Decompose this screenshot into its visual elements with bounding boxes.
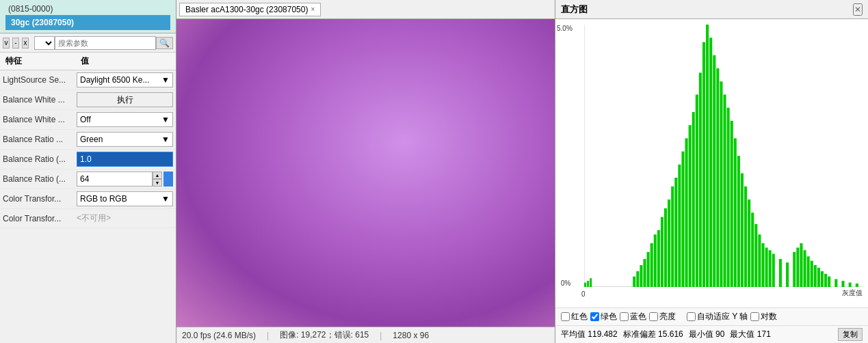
camera-image: [176, 19, 555, 327]
svg-rect-9: [647, 252, 650, 287]
svg-rect-13: [661, 217, 663, 287]
prop-value-balance-ratio-selector: Green ▼: [77, 132, 173, 147]
restore-icon[interactable]: -: [12, 38, 19, 49]
prop-name-balance-white-exec: Balance White ...: [3, 95, 77, 105]
svg-rect-58: [828, 277, 830, 287]
prop-row-balance-white-mode: Balance White ... Off ▼: [0, 110, 176, 130]
histogram-chart: 5.0% 0% 灰度值 0: [555, 19, 868, 307]
svg-rect-52: [807, 256, 810, 287]
category-select[interactable]: [34, 36, 55, 50]
search-input[interactable]: [55, 36, 156, 50]
hist-y-max-label: 5.0%: [557, 25, 573, 32]
increment-arrow[interactable]: ▲: [153, 172, 162, 179]
prop-value-balance-ratio-64: ▲ ▼: [77, 172, 173, 187]
svg-rect-29: [716, 68, 719, 287]
svg-rect-39: [751, 212, 754, 287]
checkbox-blue-input[interactable]: [620, 312, 629, 321]
prop-value-balance-ratio-value: [77, 152, 173, 167]
svg-rect-60: [841, 281, 844, 287]
checkbox-green[interactable]: 绿色: [590, 311, 617, 323]
copy-button[interactable]: 复制: [838, 328, 863, 341]
svg-rect-30: [720, 81, 722, 287]
svg-rect-6: [636, 271, 639, 287]
svg-rect-22: [692, 112, 695, 287]
svg-rect-40: [754, 224, 757, 287]
camera-tab-title: Basler acA1300-30gc (23087050): [185, 5, 308, 14]
decrement-arrow[interactable]: ▼: [153, 179, 162, 187]
svg-rect-25: [702, 42, 705, 287]
prop-name-balance-ratio-selector: Balance Ratio ...: [3, 135, 77, 144]
blue-indicator: [163, 172, 173, 187]
search-container: 🔍: [34, 36, 173, 50]
balance-ratio-input[interactable]: [77, 152, 173, 167]
lightsource-dropdown[interactable]: Daylight 6500 Ke... ▼: [77, 72, 173, 87]
svg-rect-43: [765, 247, 768, 287]
histogram-title: 直方图: [561, 3, 588, 16]
svg-rect-5: [633, 277, 635, 287]
svg-rect-3: [587, 281, 589, 287]
checkbox-green-input[interactable]: [590, 312, 599, 321]
search-button[interactable]: 🔍: [156, 37, 173, 49]
checkbox-autoy[interactable]: 自动适应 Y 轴: [687, 311, 748, 323]
checkbox-red-label: 红色: [571, 311, 588, 323]
balance-ratio-selector-dropdown[interactable]: Green ▼: [77, 132, 173, 147]
tab-close-button[interactable]: ×: [311, 5, 315, 13]
histogram-close-button[interactable]: ✕: [853, 3, 863, 16]
checkbox-red-input[interactable]: [561, 312, 570, 321]
stat-stddev: 标准偏差 15.616: [623, 329, 683, 340]
svg-rect-59: [834, 279, 837, 287]
balance-ratio-64-input[interactable]: [77, 172, 153, 187]
not-available-label: <不可用>: [77, 212, 111, 224]
balance-white-mode-dropdown[interactable]: Off ▼: [77, 112, 173, 127]
checkbox-brightness[interactable]: 亮度: [649, 311, 676, 323]
svg-rect-7: [640, 265, 642, 287]
checkbox-log-input[interactable]: [750, 312, 759, 321]
device-item-2[interactable]: 30gc (23087050): [5, 15, 170, 30]
checkbox-brightness-input[interactable]: [649, 312, 658, 321]
close-icon[interactable]: x: [22, 38, 29, 49]
prop-row-balance-ratio-selector: Balance Ratio ... Green ▼: [0, 130, 176, 150]
camera-tab-item[interactable]: Basler acA1300-30gc (23087050) ×: [179, 3, 321, 16]
prop-value-color-transform-na: <不可用>: [77, 212, 173, 224]
svg-rect-11: [654, 234, 657, 287]
svg-rect-26: [706, 25, 709, 287]
checkbox-autoy-input[interactable]: [687, 312, 696, 321]
status-divider-1: |: [267, 331, 269, 340]
svg-rect-57: [824, 274, 827, 287]
camera-view: Basler acA1300-30gc (23087050) × 20.0 fp…: [176, 0, 555, 343]
stat-min: 最小值 90: [689, 329, 725, 340]
status-divider-2: |: [380, 331, 382, 340]
hist-x-label: 灰度值: [842, 288, 863, 298]
checkbox-blue[interactable]: 蓝色: [620, 311, 646, 323]
min-icon[interactable]: v: [3, 38, 10, 49]
checkbox-autoy-label: 自动适应 Y 轴: [697, 311, 748, 323]
svg-rect-41: [758, 234, 761, 287]
color-transform-dropdown[interactable]: RGB to RGB ▼: [77, 191, 173, 206]
number-input-container: ▲ ▼: [77, 172, 173, 187]
svg-rect-48: [793, 252, 795, 287]
prop-row-balance-white-exec: Balance White ... 执行: [0, 90, 176, 110]
svg-rect-4: [590, 278, 592, 287]
properties-scroll[interactable]: LightSource Se... Daylight 6500 Ke... ▼ …: [0, 70, 176, 343]
prop-name-balance-ratio-64: Balance Ratio (...: [3, 174, 77, 184]
checkbox-green-label: 绿色: [601, 311, 617, 323]
prop-name-balance-white-mode: Balance White ...: [3, 115, 77, 124]
checkbox-red[interactable]: 红色: [561, 311, 588, 323]
checkbox-log[interactable]: 对数: [750, 311, 777, 323]
execute-button[interactable]: 执行: [77, 92, 173, 107]
svg-rect-45: [772, 253, 775, 287]
chevron-down-icon: ▼: [161, 75, 170, 85]
device-item-1[interactable]: (0815-0000): [5, 3, 170, 15]
checkbox-brightness-label: 亮度: [659, 311, 676, 323]
svg-rect-61: [849, 283, 852, 287]
svg-rect-53: [811, 261, 813, 287]
svg-rect-47: [786, 262, 789, 287]
svg-rect-34: [734, 138, 737, 287]
svg-rect-27: [709, 38, 712, 287]
svg-rect-8: [643, 259, 646, 287]
svg-rect-42: [761, 243, 764, 287]
svg-rect-46: [779, 259, 782, 287]
prop-table-header: 特征 值: [0, 53, 176, 70]
histogram-stats: 平均值 119.482 标准偏差 15.616 最小值 90 最大值 171 复…: [555, 325, 868, 343]
properties-panel: v - x 🔍 特征 值 LightSource Se...: [0, 33, 176, 343]
